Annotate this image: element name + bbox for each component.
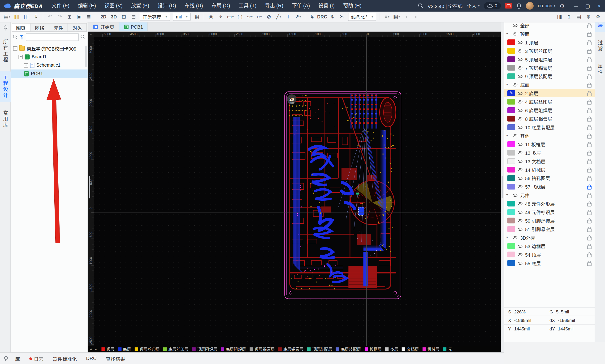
layer-row[interactable]: 5 顶层阻焊层 bbox=[504, 55, 595, 63]
visibility-eye-icon[interactable] bbox=[517, 99, 523, 104]
statusbar-search-results[interactable]: 查找结果 bbox=[102, 353, 129, 364]
bom-button[interactable]: ▤ bbox=[574, 13, 583, 21]
cloud-sync-badge[interactable]: 0 bbox=[484, 2, 501, 9]
minimize-button[interactable]: ─ bbox=[570, 0, 582, 12]
notifications-bell-icon[interactable] bbox=[516, 3, 522, 9]
layer-row[interactable]: 8 底层锡膏层 bbox=[504, 114, 595, 123]
menu-order[interactable]: 下单 (A) bbox=[288, 0, 314, 12]
lock-icon[interactable] bbox=[587, 31, 592, 36]
layer-color-swatch[interactable] bbox=[507, 218, 515, 223]
lock-icon[interactable] bbox=[587, 158, 592, 163]
layer-color-swatch[interactable] bbox=[507, 99, 515, 104]
teardrop-remove-button[interactable]: ◗ bbox=[411, 13, 420, 21]
visibility-eye-icon[interactable] bbox=[512, 31, 518, 36]
layer-chip[interactable]: 机械层 bbox=[422, 346, 439, 352]
view-3d-button[interactable]: 3D bbox=[109, 13, 119, 21]
layer-color-swatch[interactable] bbox=[507, 175, 515, 181]
left-splitter-handle[interactable] bbox=[89, 176, 90, 198]
lock-icon[interactable] bbox=[587, 235, 592, 240]
layer-color-swatch[interactable] bbox=[507, 251, 515, 257]
lock-icon[interactable] bbox=[587, 23, 592, 28]
layer-color-swatch[interactable] bbox=[507, 243, 515, 249]
tree-search-input[interactable] bbox=[26, 33, 79, 41]
redo-button[interactable]: ↷ bbox=[55, 13, 64, 21]
layer-color-swatch[interactable] bbox=[507, 150, 515, 155]
layer-color-swatch[interactable] bbox=[507, 56, 515, 62]
dashed-rect-tool-button[interactable]: ▢ bbox=[235, 13, 245, 21]
layer-row[interactable]: 13 文档层 bbox=[504, 157, 595, 165]
layer-row[interactable]: 49 元件标识层 bbox=[504, 208, 595, 216]
lock-icon[interactable] bbox=[587, 82, 592, 87]
layer-color-swatch[interactable] bbox=[507, 124, 515, 130]
lock-icon[interactable] bbox=[587, 74, 592, 78]
menu-settings[interactable]: 设置 (I) bbox=[314, 0, 339, 12]
layer-group-row[interactable]: ▾ 元件 bbox=[504, 191, 595, 199]
layer-chip[interactable]: 多层 bbox=[385, 346, 399, 352]
lock-icon[interactable] bbox=[587, 125, 592, 130]
search-button[interactable] bbox=[81, 35, 85, 39]
layer-color-swatch[interactable] bbox=[507, 158, 515, 164]
visibility-eye-icon[interactable] bbox=[517, 124, 523, 130]
lock-icon[interactable] bbox=[587, 252, 592, 257]
avatar[interactable] bbox=[526, 2, 534, 10]
user-menu[interactable]: cruocn▾ bbox=[538, 3, 555, 9]
order-pcb-button[interactable]: ⊛ bbox=[584, 13, 593, 21]
promo-icon[interactable] bbox=[505, 3, 512, 9]
layer-row[interactable]: 53 边框层 bbox=[504, 242, 595, 250]
visibility-eye-icon[interactable] bbox=[517, 150, 523, 155]
lock-icon[interactable] bbox=[587, 39, 592, 44]
search-icon[interactable] bbox=[418, 3, 423, 8]
grid-menu-button[interactable]: ▦▾ bbox=[392, 13, 401, 21]
grid-button[interactable]: ▦ bbox=[192, 13, 201, 21]
rect-tool-button[interactable]: ▭▾ bbox=[226, 13, 235, 21]
visibility-eye-icon[interactable] bbox=[517, 39, 523, 45]
layer-chip[interactable]: 板框层 bbox=[364, 346, 382, 352]
collapse-icon[interactable]: ▾ bbox=[506, 32, 510, 36]
close-button[interactable]: × bbox=[593, 0, 605, 12]
visibility-eye-icon[interactable] bbox=[512, 235, 518, 240]
layer-group-row[interactable]: ▾ 3D外壳 bbox=[504, 233, 595, 242]
layer-row[interactable]: ✎ 2 底层 bbox=[504, 89, 595, 97]
brightness-select[interactable]: 正常亮度▾ bbox=[140, 13, 170, 21]
visibility-eye-icon[interactable] bbox=[517, 243, 523, 249]
lock-icon[interactable] bbox=[587, 141, 592, 146]
menu-tools[interactable]: 工具 (T) bbox=[234, 0, 261, 12]
strip-scroll-arrows[interactable]: ◂ ▸ bbox=[90, 347, 98, 351]
layer-color-swatch[interactable] bbox=[507, 200, 515, 206]
visibility-eye-icon[interactable] bbox=[512, 23, 518, 28]
layer-row[interactable]: 50 引脚焊接层 bbox=[504, 216, 595, 224]
visibility-eye-icon[interactable] bbox=[517, 90, 523, 96]
lock-icon[interactable] bbox=[587, 167, 592, 172]
visibility-eye-icon[interactable] bbox=[517, 141, 523, 147]
layer-row[interactable]: 57 飞线层 bbox=[504, 182, 595, 191]
settings-gear-icon[interactable]: ⚙ bbox=[560, 3, 565, 9]
tab-pcb1[interactable]: PCB1 bbox=[119, 23, 148, 31]
tab-objects[interactable]: 对象 bbox=[68, 23, 87, 32]
pin-icon[interactable] bbox=[3, 26, 7, 30]
lock-icon[interactable] bbox=[587, 218, 592, 223]
visibility-eye-icon[interactable] bbox=[517, 260, 523, 265]
export-file-button[interactable]: ↧ bbox=[31, 13, 40, 21]
tree-item-schematic[interactable]: + Schematic1 bbox=[11, 61, 88, 69]
visibility-eye-icon[interactable] bbox=[517, 226, 523, 232]
lock-icon[interactable] bbox=[587, 133, 592, 138]
list-settings-button[interactable]: ≣ bbox=[84, 13, 93, 21]
text-tool-button[interactable]: T bbox=[283, 13, 293, 21]
collapse-icon[interactable]: ▾ bbox=[506, 82, 510, 86]
menu-layout[interactable]: 布局 (O) bbox=[207, 0, 234, 12]
rail-properties[interactable]: 属性 bbox=[594, 60, 605, 79]
visibility-eye-icon[interactable] bbox=[512, 192, 518, 198]
visibility-eye-icon[interactable] bbox=[517, 65, 523, 70]
menu-view[interactable]: 视图 (V) bbox=[100, 0, 127, 12]
import-button[interactable]: ↥ bbox=[565, 13, 574, 21]
lock-icon[interactable] bbox=[587, 226, 592, 231]
layer-row[interactable]: 4 底层丝印层 bbox=[504, 97, 595, 106]
visibility-eye-icon[interactable] bbox=[517, 56, 523, 62]
print-button[interactable]: ⊟ bbox=[129, 13, 138, 21]
visibility-eye-icon[interactable] bbox=[517, 201, 523, 206]
rail-common-library[interactable]: 常用库 bbox=[0, 107, 11, 132]
zoom-selection-button[interactable]: ⊡ bbox=[119, 13, 129, 21]
lock-icon[interactable] bbox=[587, 56, 592, 62]
menu-help[interactable]: 帮助 (H) bbox=[339, 0, 366, 12]
layer-chip[interactable]: 文档层 bbox=[402, 346, 419, 352]
